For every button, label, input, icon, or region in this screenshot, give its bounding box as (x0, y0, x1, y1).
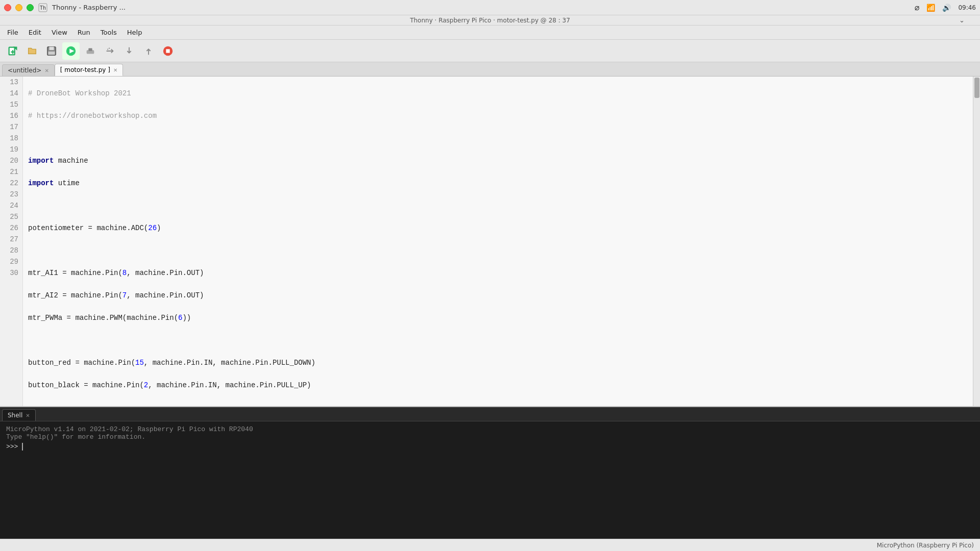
editor-scrollbar[interactable] (973, 77, 980, 406)
shell-cursor (22, 443, 27, 450)
code-line-19: potentiometer = machine.ADC(26) (28, 222, 968, 234)
menu-tools[interactable]: Tools (96, 28, 121, 37)
step-over-button[interactable] (101, 42, 118, 60)
toolbar (0, 40, 980, 62)
title-bar: Th Thonny - Raspberry ... ⌀ 📶 🔊 09:46 (0, 0, 980, 15)
tab-motor-test-close[interactable]: ✕ (113, 67, 117, 73)
shell-content[interactable]: MicroPython v1.14 on 2021-02-02; Raspber… (0, 421, 980, 539)
shell-tab-label: Shell (8, 412, 22, 419)
bluetooth-icon: ⌀ (915, 3, 920, 12)
window-title: Thonny - Raspberry ... (52, 4, 126, 11)
svg-rect-13 (88, 48, 92, 51)
maximize-button[interactable] (27, 4, 34, 11)
code-line-14: # https://dronebotworkshop.com (28, 110, 968, 121)
menu-bar: File Edit View Run Tools Help (0, 26, 980, 40)
wifi-icon: 📶 (926, 4, 935, 12)
save-button[interactable] (43, 42, 60, 60)
code-line-13: # DroneBot Workshop 2021 (28, 88, 968, 99)
tab-bar: <untitled> ✕ [ motor-test.py ] ✕ (0, 62, 980, 77)
shell-tab-bar: Shell ✕ (0, 407, 980, 421)
code-content[interactable]: # DroneBot Workshop 2021 # https://drone… (23, 77, 973, 406)
clock: 09:46 (958, 4, 976, 11)
code-line-26: button_black = machine.Pin(2, machine.Pi… (28, 380, 968, 391)
subtitle-text: Thonny · Raspberry Pi Pico · motor-test.… (410, 17, 570, 24)
svg-rect-17 (166, 49, 169, 53)
menu-file[interactable]: File (3, 28, 22, 37)
run-button[interactable] (62, 42, 80, 60)
stop-button[interactable] (159, 42, 177, 60)
menu-view[interactable]: View (47, 28, 71, 37)
scrollbar-thumb[interactable] (974, 78, 979, 98)
shell-info-line2: Type "help()" for more information. (6, 433, 974, 441)
window-control-collapse[interactable]: ⌄ (959, 16, 965, 24)
svg-rect-2 (9, 47, 15, 55)
menu-run[interactable]: Run (74, 28, 94, 37)
code-line-25: button_red = machine.Pin(15, machine.Pin… (28, 357, 968, 368)
code-line-18 (28, 200, 968, 211)
shell-panel: Shell ✕ MicroPython v1.14 on 2021-02-02;… (0, 406, 980, 539)
tab-motor-test-label: [ motor-test.py ] (60, 66, 110, 73)
shell-prompt-symbol: >>> (6, 443, 22, 450)
step-into-button[interactable] (120, 42, 138, 60)
close-button[interactable] (4, 4, 11, 11)
volume-icon: 🔊 (942, 4, 951, 12)
shell-info-line1: MicroPython v1.14 on 2021-02-02; Raspber… (6, 425, 974, 433)
tab-motor-test[interactable]: [ motor-test.py ] ✕ (55, 64, 124, 76)
shell-prompt[interactable]: >>> (6, 443, 974, 450)
code-editor[interactable]: 13 14 15 16 17 18 19 20 21 22 23 24 25 2… (0, 77, 980, 406)
code-line-23: mtr_PWMa = machine.PWM(machine.Pin(6)) (28, 312, 968, 323)
step-out-button[interactable] (140, 42, 157, 60)
menu-help[interactable]: Help (123, 28, 146, 37)
svg-rect-8 (49, 46, 54, 49)
open-button[interactable] (23, 42, 41, 60)
code-line-20 (28, 245, 968, 256)
minimize-button[interactable] (15, 4, 22, 11)
title-bar-controls: ⌀ 📶 🔊 09:46 (915, 3, 976, 12)
status-text: MicroPython (Raspberry Pi Pico) (877, 542, 974, 549)
code-line-15 (28, 133, 968, 144)
code-line-24 (28, 335, 968, 346)
thonny-icon: Th (38, 3, 48, 13)
svg-text:Th: Th (40, 5, 46, 11)
status-bar: MicroPython (Raspberry Pi Pico) (0, 539, 980, 551)
menu-edit[interactable]: Edit (24, 28, 45, 37)
tab-untitled-close[interactable]: ✕ (44, 68, 48, 73)
subtitle-bar: Thonny · Raspberry Pi Pico · motor-test.… (0, 15, 980, 26)
shell-tab-close[interactable]: ✕ (26, 413, 30, 418)
tab-untitled-label: <untitled> (8, 67, 41, 74)
code-line-27 (28, 402, 968, 406)
line-numbers: 13 14 15 16 17 18 19 20 21 22 23 24 25 2… (0, 77, 23, 406)
tab-untitled[interactable]: <untitled> ✕ (2, 64, 55, 76)
code-line-22: mtr_AI2 = machine.Pin(7, machine.Pin.OUT… (28, 290, 968, 301)
new-button[interactable] (4, 42, 21, 60)
shell-tab[interactable]: Shell ✕ (2, 409, 36, 421)
title-bar-left: Th Thonny - Raspberry ... (4, 3, 126, 13)
code-line-17: import utime (28, 178, 968, 189)
debug-button[interactable] (82, 42, 99, 60)
code-line-16: import machine (28, 155, 968, 166)
editor-area: 13 14 15 16 17 18 19 20 21 22 23 24 25 2… (0, 77, 980, 406)
svg-rect-9 (48, 51, 55, 54)
code-line-21: mtr_AI1 = machine.Pin(8, machine.Pin.OUT… (28, 267, 968, 279)
